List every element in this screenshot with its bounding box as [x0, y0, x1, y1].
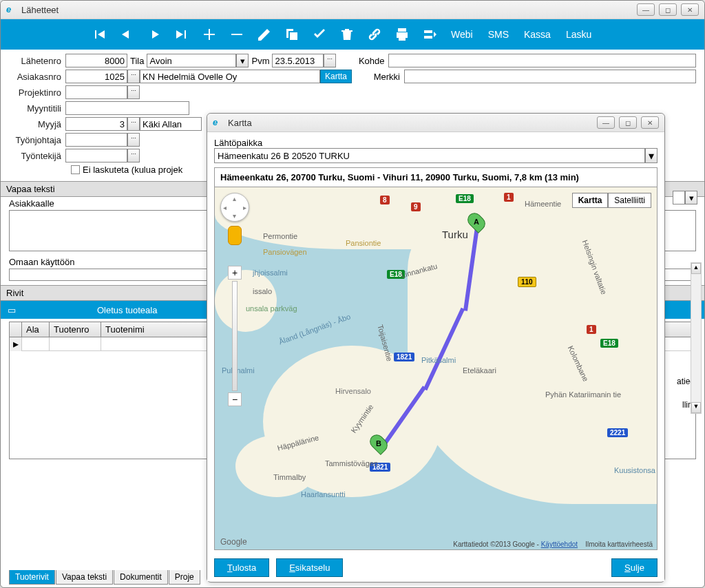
kohde-input[interactable]	[388, 54, 696, 67]
tyontekija-label: Työntekijä	[9, 151, 65, 161]
last-icon[interactable]	[170, 23, 193, 46]
projektinro-lookup-button[interactable]: ⋯	[127, 85, 140, 99]
sulje-button[interactable]: Sulje	[611, 558, 657, 577]
grid-cell[interactable]	[22, 337, 50, 351]
first-icon[interactable]	[87, 23, 111, 46]
route-header: Hämeenkatu 26, 20700 Turku, Suomi - Vihu…	[214, 167, 657, 187]
credits-text: Karttatiedot ©2013 Google -	[453, 540, 540, 548]
tulosta-button[interactable]: Tulosta	[214, 558, 269, 577]
scroll-down-icon[interactable]: ▼	[691, 402, 701, 413]
row-marker-icon: ▸	[10, 337, 22, 351]
kassa-link[interactable]: Kassa	[518, 29, 556, 40]
pan-down-icon[interactable]: ▾	[233, 212, 236, 220]
edit-icon[interactable]	[253, 23, 276, 46]
map-dialog: e Kartta — ◻ ✕ Lähtöpaikka ▾ Hämeenkatu …	[207, 113, 665, 582]
grid-cell[interactable]	[50, 337, 101, 351]
prev-icon[interactable]	[115, 23, 138, 46]
map-type-kartta-button[interactable]: Kartta	[572, 193, 609, 208]
map-place-label: Pansiontie	[346, 239, 381, 247]
map-place-label: Haarlansuntti	[301, 490, 346, 498]
add-icon[interactable]	[198, 23, 221, 46]
map-type-satelliitti-button[interactable]: Satelliitti	[608, 193, 651, 208]
tab-proje[interactable]: Proje	[169, 570, 200, 585]
maximize-button[interactable]: ◻	[659, 3, 677, 16]
copy-icon[interactable]	[280, 23, 304, 46]
myyja-nimi-input[interactable]	[140, 117, 202, 131]
projektinro-input[interactable]	[65, 85, 127, 99]
terms-link[interactable]: Käyttöehdot	[541, 540, 578, 548]
grid-header-ala[interactable]: Ala	[22, 322, 50, 337]
print-icon[interactable]	[390, 23, 414, 46]
kohde-label: Kohde	[336, 56, 388, 66]
oletus-tuoteala-label: Oletus tuoteala	[97, 305, 157, 315]
road-2221-shield-icon: 2221	[607, 428, 628, 437]
zoom-in-button[interactable]: +	[228, 266, 242, 280]
asiakasnro-input[interactable]	[65, 70, 127, 83]
merkki-input[interactable]	[404, 70, 696, 83]
pvm-input[interactable]	[272, 54, 324, 67]
road-8-shield-icon: 8	[380, 196, 390, 204]
pvm-picker-button[interactable]: ⋯	[324, 54, 336, 67]
e18-shield-icon: E18	[456, 194, 474, 203]
map-title: Kartta	[228, 118, 597, 128]
link-icon[interactable]	[363, 23, 386, 46]
map-controls: ▴ ▾ ◂ ▸ + −	[220, 193, 249, 406]
webi-link[interactable]: Webi	[445, 29, 478, 40]
myyja-lookup-button[interactable]: ⋯	[127, 117, 140, 131]
tyonjohtaja-input[interactable]	[65, 133, 127, 147]
trash-icon[interactable]	[335, 23, 359, 46]
myyja-input[interactable]	[65, 117, 127, 131]
next-icon[interactable]	[143, 23, 166, 46]
map-place-label: unsala parkväg	[246, 304, 297, 313]
settings-icon[interactable]	[418, 23, 441, 46]
grid-header-tuotenro[interactable]: Tuotenro	[50, 322, 101, 337]
tab-tuoterivit[interactable]: Tuoterivit	[9, 570, 55, 585]
ei-laskuteta-checkbox[interactable]	[71, 165, 80, 174]
unknown-select[interactable]	[673, 191, 685, 204]
road-110-shield-icon: 110	[518, 277, 536, 287]
sms-link[interactable]: SMS	[483, 29, 514, 40]
tila-dropdown-icon[interactable]: ▾	[236, 54, 249, 67]
zoom-slider[interactable]	[232, 281, 238, 391]
map-place-label: Pansiovägen	[263, 248, 307, 256]
lahtopaikka-select[interactable]	[214, 148, 645, 163]
asiakasnimi-input[interactable]	[140, 70, 320, 83]
tab-vapaa-teksti[interactable]: Vapaa teksti	[56, 570, 113, 585]
tyontekija-input[interactable]	[65, 149, 127, 162]
lahetenro-input[interactable]	[65, 54, 127, 67]
asiakasnro-lookup-button[interactable]: ⋯	[127, 70, 140, 83]
remove-icon[interactable]	[225, 23, 249, 46]
zoom-control: + −	[228, 266, 242, 406]
kartta-button[interactable]: Kartta	[320, 70, 352, 83]
map-canvas[interactable]: A B Turku E18 E18 E18 1 8 9 1 110 1821 1…	[214, 187, 657, 550]
lahtopaikka-dropdown-icon[interactable]: ▾	[645, 148, 657, 163]
pan-left-icon[interactable]: ◂	[223, 204, 227, 211]
pan-up-icon[interactable]: ▴	[233, 195, 236, 202]
map-minimize-button[interactable]: —	[597, 116, 615, 129]
scrollbar[interactable]: ▲ ▼	[691, 262, 702, 414]
pegman-icon[interactable]	[228, 226, 242, 245]
pan-control[interactable]: ▴ ▾ ◂ ▸	[220, 193, 249, 222]
unknown-dropdown-icon[interactable]: ▾	[685, 191, 697, 204]
pan-right-icon[interactable]: ▸	[243, 204, 246, 211]
esikatselu-button[interactable]: Esikatselu	[276, 558, 343, 577]
zoom-out-button[interactable]: −	[228, 392, 242, 406]
lasku-link[interactable]: Lasku	[560, 29, 597, 40]
map-close-button[interactable]: ✕	[641, 116, 659, 129]
myyntitili-input[interactable]	[65, 101, 189, 115]
map-place-label: jhjoissalmi	[253, 269, 288, 277]
map-place-label: Pitkäsalmi	[421, 356, 456, 364]
tab-dokumentit[interactable]: Dokumentit	[114, 570, 168, 585]
road-1-shield-icon: 1	[587, 325, 596, 334]
scroll-up-icon[interactable]: ▲	[691, 263, 701, 274]
tila-select[interactable]	[147, 54, 236, 67]
tyontekija-lookup-button[interactable]: ⋯	[127, 149, 140, 162]
check-icon[interactable]	[308, 23, 331, 46]
google-logo: Google	[220, 537, 247, 547]
close-button[interactable]: ✕	[681, 3, 699, 16]
report-error-link[interactable]: Ilmoita karttavirheestä	[585, 540, 653, 548]
tyonjohtaja-lookup-button[interactable]: ⋯	[127, 133, 140, 147]
minimize-button[interactable]: —	[637, 3, 655, 16]
grid-icon[interactable]: ▭	[8, 305, 16, 315]
map-maximize-button[interactable]: ◻	[619, 116, 637, 129]
